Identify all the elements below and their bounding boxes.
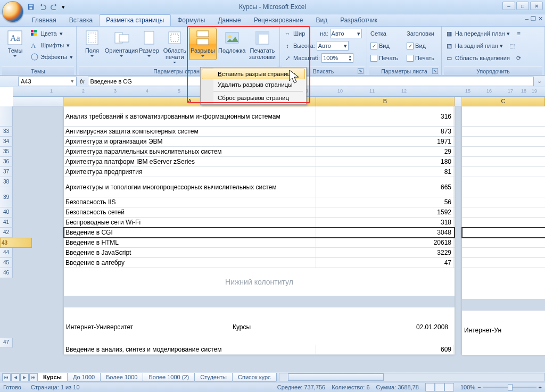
- menu-insert-page-break[interactable]: Вставить разрыв страницы: [202, 69, 305, 79]
- cell[interactable]: Архитектура и организация ЭВМ: [64, 137, 316, 146]
- table-row[interactable]: Архитектура предприятия81: [64, 167, 455, 177]
- row-header[interactable]: 47: [0, 338, 13, 348]
- row-header[interactable]: 45: [0, 258, 13, 268]
- selection-pane-button[interactable]: ▭Область выделения⟳: [444, 52, 524, 64]
- table-row[interactable]: [462, 137, 545, 147]
- row-header[interactable]: 38: [0, 177, 13, 187]
- undo-icon[interactable]: [37, 2, 48, 12]
- sheet-nav-next[interactable]: ▶: [20, 373, 29, 381]
- cell[interactable]: 29: [316, 147, 453, 156]
- col-header-b[interactable]: B: [316, 97, 455, 106]
- row-header[interactable]: 42: [0, 228, 13, 238]
- table-row[interactable]: Введение в анализ, синтез и моделировани…: [64, 345, 455, 355]
- name-box[interactable]: A43▾: [18, 77, 77, 86]
- tab-formulas[interactable]: Формулы: [171, 15, 211, 26]
- sheet-tab-0[interactable]: Курсы: [37, 373, 68, 382]
- cell[interactable]: 3048: [316, 228, 453, 237]
- cell[interactable]: Беспроводные сети Wi-Fi: [64, 218, 316, 227]
- cell[interactable]: 20618: [316, 238, 453, 247]
- tab-data[interactable]: Данные: [211, 15, 247, 26]
- table-row[interactable]: [462, 127, 545, 137]
- background-button[interactable]: Подложка: [218, 28, 246, 55]
- height-select[interactable]: Авто▾: [317, 41, 349, 51]
- formula-input[interactable]: [88, 77, 534, 86]
- cell[interactable]: Безопасность IIS: [64, 197, 316, 207]
- headings-print-checkbox[interactable]: Печать: [406, 52, 435, 64]
- wb-minimize-button[interactable]: –: [525, 15, 529, 22]
- cell[interactable]: Введение в CGI: [64, 228, 316, 237]
- sheet-nav-prev[interactable]: ◀: [11, 373, 20, 381]
- tab-review[interactable]: Рецензирование: [247, 15, 310, 26]
- cell[interactable]: Введение в JavaScript: [64, 248, 316, 257]
- wb-restore-button[interactable]: ❐: [531, 15, 536, 22]
- cell[interactable]: Архитектуры и топологии многопроцессорны…: [64, 177, 316, 197]
- table-row[interactable]: Безопасность IIS56: [64, 197, 455, 207]
- tab-home[interactable]: Главная: [26, 15, 63, 26]
- sheet-tab-1[interactable]: До 1000: [67, 373, 101, 382]
- table-row[interactable]: [462, 147, 545, 157]
- cell[interactable]: 1971: [316, 137, 453, 146]
- cell[interactable]: 56: [316, 197, 453, 207]
- hscroll-thumb[interactable]: [288, 373, 384, 381]
- table-row[interactable]: Антивирусная защита компьютерных систем8…: [64, 127, 455, 137]
- cell[interactable]: Введение в анализ, синтез и моделировани…: [64, 345, 316, 354]
- save-icon[interactable]: [26, 2, 36, 12]
- tab-page-layout[interactable]: Разметка страницы: [99, 14, 171, 26]
- sheet-options-launcher[interactable]: ⬊: [432, 68, 438, 74]
- cell[interactable]: Введение в алгебру: [64, 258, 316, 268]
- table-row[interactable]: Архитектура и организация ЭВМ1971: [64, 137, 455, 147]
- theme-fonts-button[interactable]: AШрифты▾: [29, 39, 74, 51]
- menu-remove-page-break[interactable]: Удалить разрыв страницы: [202, 79, 305, 90]
- print-titles-button[interactable]: Печатать заголовки: [247, 28, 277, 62]
- fx-icon[interactable]: fx: [80, 78, 85, 85]
- qat-customize-icon[interactable]: ▾: [61, 2, 66, 12]
- row-header[interactable]: 44: [0, 248, 13, 258]
- menu-reset-page-breaks[interactable]: Сброс разрывов страниц: [202, 93, 305, 103]
- table-row[interactable]: Введение в алгебру47: [64, 258, 455, 268]
- cell[interactable]: Архитектура параллельных вычислительных …: [64, 147, 316, 156]
- table-row[interactable]: Безопасность сетей1592: [64, 207, 455, 218]
- cell[interactable]: 609: [316, 345, 453, 354]
- cell[interactable]: 1592: [316, 207, 453, 217]
- breaks-button[interactable]: Разрывы: [189, 28, 217, 60]
- themes-button[interactable]: Aa Темы: [2, 28, 28, 60]
- table-row[interactable]: [462, 228, 545, 238]
- sheet-nav-last[interactable]: ⏭: [29, 373, 38, 381]
- row-header[interactable]: 35: [0, 147, 13, 157]
- table-row[interactable]: Анализ требований к автоматизированным и…: [64, 106, 455, 127]
- zoom-in-button[interactable]: +: [539, 384, 542, 390]
- cell[interactable]: 316: [316, 106, 453, 126]
- table-row[interactable]: [462, 238, 545, 248]
- theme-effects-button[interactable]: Эффекты▾: [29, 51, 74, 63]
- table-row[interactable]: Введение в HTML20618: [64, 238, 455, 248]
- table-row[interactable]: [462, 167, 545, 177]
- row-header[interactable]: 34: [0, 137, 13, 147]
- print-area-button[interactable]: Область печати: [162, 28, 188, 66]
- row-header[interactable]: 37: [0, 167, 13, 177]
- table-row[interactable]: Введение в CGI3048: [64, 228, 455, 238]
- tab-view[interactable]: Вид: [309, 15, 334, 26]
- row-header[interactable]: 41: [0, 218, 13, 228]
- sheet-nav-first[interactable]: ⏮: [2, 373, 11, 381]
- table-row[interactable]: Беспроводные сети Wi-Fi318: [64, 218, 455, 228]
- row-header[interactable]: 33: [0, 127, 13, 137]
- zoom-out-button[interactable]: −: [477, 384, 481, 390]
- cell[interactable]: 665: [316, 177, 453, 197]
- sheet-tab-4[interactable]: Студенты: [194, 373, 233, 382]
- table-row[interactable]: Введение в JavaScript3229: [64, 248, 455, 258]
- theme-colors-button[interactable]: Цвета▾: [29, 28, 74, 39]
- size-button[interactable]: Размер: [137, 28, 161, 60]
- office-button[interactable]: [2, 1, 23, 22]
- gridlines-view-checkbox[interactable]: ✓Вид: [369, 40, 399, 52]
- cell[interactable]: 873: [316, 127, 453, 136]
- row-header[interactable]: 36: [0, 157, 13, 167]
- cell[interactable]: 318: [316, 218, 453, 227]
- send-back-button[interactable]: ▧На задний план▾⬚: [444, 40, 517, 52]
- table-row[interactable]: Архитектура параллельных вычислительных …: [64, 147, 455, 157]
- sheet-tab-5[interactable]: Список курс: [232, 373, 277, 382]
- row-header[interactable]: 39: [0, 187, 13, 207]
- cell[interactable]: 47: [316, 258, 453, 268]
- maximize-button[interactable]: □: [516, 2, 529, 10]
- bring-front-button[interactable]: ▦На передний план▾≡: [444, 28, 524, 39]
- sheet-tab-3[interactable]: Более 1000 (2): [143, 373, 195, 382]
